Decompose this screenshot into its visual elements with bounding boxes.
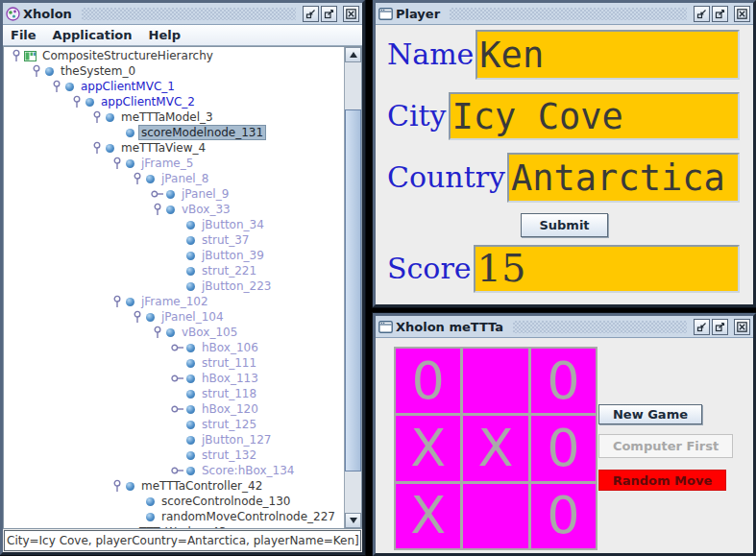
tree-node-meTTTaController_42[interactable]: meTTTaController_42 bbox=[4, 478, 344, 494]
new-game-button[interactable]: New Game bbox=[598, 404, 702, 424]
tree-node-label[interactable]: meTTTaController_42 bbox=[139, 479, 264, 493]
tree-node-vBox_33[interactable]: vBox_33 bbox=[4, 202, 344, 217]
ttt-close-button[interactable] bbox=[734, 319, 750, 335]
ttt-cell-1-1[interactable]: X bbox=[463, 416, 527, 480]
tree-collapsed-handle[interactable] bbox=[171, 373, 184, 384]
tree-node-label[interactable]: jPanel_8 bbox=[159, 172, 210, 185]
tree-node-Score:hBox_134[interactable]: Score:hBox_134 bbox=[4, 463, 344, 478]
tree-expanded-handle[interactable] bbox=[110, 157, 124, 170]
tree-node-label[interactable]: jButton_34 bbox=[200, 218, 266, 231]
tree-node-label[interactable]: strut_118 bbox=[200, 387, 258, 400]
tree-expanded-handle[interactable] bbox=[90, 110, 104, 124]
random-move-button[interactable]: Random Move bbox=[598, 470, 726, 491]
tree-node-jButton_127[interactable]: jButton_127 bbox=[4, 432, 344, 447]
scroll-up-button[interactable] bbox=[345, 47, 361, 62]
tree-vertical-scrollbar[interactable] bbox=[344, 47, 361, 528]
scrollbar-thumb[interactable] bbox=[345, 109, 361, 471]
tree-node-appClientMVC_2[interactable]: appClientMVC_2 bbox=[4, 94, 344, 109]
tree-node-label[interactable]: jButton_127 bbox=[200, 433, 273, 447]
xholon-iconify-button[interactable] bbox=[303, 6, 319, 22]
tree-node-label[interactable]: jFrame_102 bbox=[139, 295, 210, 308]
tree-node-strut_111[interactable]: strut_111 bbox=[4, 355, 344, 371]
tree-node-label[interactable]: vBox_33 bbox=[180, 203, 232, 216]
xholon-maximize-button[interactable] bbox=[321, 6, 337, 22]
tree-node-label[interactable]: jFrame_5 bbox=[139, 157, 195, 170]
ttt-cell-2-1[interactable] bbox=[463, 484, 527, 548]
ttt-maximize-button[interactable] bbox=[712, 319, 728, 335]
tree-expanded-handle[interactable] bbox=[151, 203, 164, 216]
tree-node-strut_221[interactable]: strut_221 bbox=[4, 263, 344, 278]
tree-node-label[interactable]: appClientMVC_1 bbox=[79, 80, 177, 93]
tree-node-label[interactable]: meTTTaView_4 bbox=[119, 141, 207, 155]
tree-collapsed-handle[interactable] bbox=[171, 342, 184, 353]
ttt-cell-2-0[interactable]: X bbox=[396, 484, 460, 548]
name-field[interactable]: Ken bbox=[476, 30, 740, 80]
tree-node-CompositeStructureHierarchy[interactable]: CompositeStructureHierarchy bbox=[4, 48, 344, 63]
tree-node-meTTTaView_4[interactable]: meTTTaView_4 bbox=[4, 140, 344, 156]
tree-expanded-handle[interactable] bbox=[30, 64, 43, 78]
xholon-close-button[interactable] bbox=[343, 6, 359, 22]
tree-node-label[interactable]: strut_132 bbox=[200, 448, 258, 462]
tree-node-vBox_105[interactable]: vBox_105 bbox=[4, 325, 344, 340]
tree-node-strut_118[interactable]: strut_118 bbox=[4, 386, 344, 401]
player-maximize-button[interactable] bbox=[712, 6, 728, 22]
submit-button[interactable]: Submit bbox=[521, 213, 607, 237]
menu-application[interactable]: Application bbox=[53, 28, 133, 42]
tree-expanded-handle[interactable] bbox=[70, 95, 84, 109]
tree-node-label[interactable]: hBox_106 bbox=[200, 341, 260, 354]
ttt-cell-2-2[interactable]: 0 bbox=[531, 484, 596, 548]
tree-node-appClientMVC_1[interactable]: appClientMVC_1 bbox=[4, 79, 344, 94]
ttt-cell-0-0[interactable]: 0 bbox=[396, 349, 460, 413]
tree-expanded-handle[interactable] bbox=[90, 141, 104, 155]
tree-node-label[interactable]: scoreControlnode_130 bbox=[159, 495, 292, 508]
player-iconify-button[interactable] bbox=[694, 6, 710, 22]
tree-node-jPanel_8[interactable]: jPanel_8 bbox=[4, 171, 344, 186]
scrollbar-track[interactable] bbox=[345, 62, 361, 513]
tree-node-jButton_34[interactable]: jButton_34 bbox=[4, 217, 344, 232]
tree-node-hBox_106[interactable]: hBox_106 bbox=[4, 340, 344, 355]
tree-expanded-handle[interactable] bbox=[110, 295, 124, 308]
tree-node-strut_125[interactable]: strut_125 bbox=[4, 417, 344, 432]
tree-node-jButton_223[interactable]: jButton_223 bbox=[4, 278, 344, 294]
tree-node-jButton_39[interactable]: jButton_39 bbox=[4, 248, 344, 263]
tree-node-label[interactable]: jButton_223 bbox=[200, 279, 273, 293]
ttt-cell-0-2[interactable]: 0 bbox=[531, 349, 596, 413]
tree-node-jPanel_104[interactable]: jPanel_104 bbox=[4, 309, 344, 325]
tree-node-scoreControlnode_130[interactable]: scoreControlnode_130 bbox=[4, 494, 344, 509]
tree-collapsed-handle[interactable] bbox=[171, 403, 184, 415]
tree-node-meTTTaWorker_43[interactable]: meTTTaWorker_43 bbox=[4, 524, 344, 528]
tree-node-label[interactable]: jPanel_104 bbox=[159, 310, 226, 324]
tree-node-hBox_113[interactable]: hBox_113 bbox=[4, 371, 344, 386]
score-field[interactable]: 15 bbox=[474, 245, 740, 293]
player-close-button[interactable] bbox=[734, 6, 750, 22]
tree-expanded-handle[interactable] bbox=[151, 326, 164, 339]
tree-node-label[interactable]: Score:hBox_134 bbox=[200, 464, 296, 477]
city-field[interactable]: Icy Cove bbox=[449, 92, 740, 140]
tree-node-label[interactable]: appClientMVC_2 bbox=[99, 95, 197, 109]
tree-node-jFrame_5[interactable]: jFrame_5 bbox=[4, 156, 344, 171]
tree-node-label[interactable]: jPanel_9 bbox=[180, 187, 231, 201]
menu-help[interactable]: Help bbox=[149, 28, 181, 42]
tree-node-hBox_120[interactable]: hBox_120 bbox=[4, 401, 344, 417]
computer-first-button[interactable]: Computer First bbox=[598, 434, 733, 458]
tree-node-randomMoveControlnode_227[interactable]: randomMoveControlnode_227 bbox=[4, 509, 344, 524]
tree-node-label[interactable]: strut_37 bbox=[200, 233, 251, 247]
tree-node-label[interactable]: CompositeStructureHierarchy bbox=[40, 49, 215, 62]
ttt-cell-1-2[interactable]: 0 bbox=[531, 416, 596, 480]
tree-node-jFrame_102[interactable]: jFrame_102 bbox=[4, 294, 344, 309]
tree-node-label[interactable]: meTTTaWorker_43 bbox=[119, 525, 229, 528]
tree-expanded-handle[interactable] bbox=[110, 479, 124, 493]
tree-expanded-handle[interactable] bbox=[50, 80, 63, 93]
ttt-iconify-button[interactable] bbox=[694, 319, 710, 335]
tree-node-label[interactable]: hBox_113 bbox=[200, 372, 260, 385]
ttt-cell-1-0[interactable]: X bbox=[396, 416, 460, 480]
country-field[interactable]: Antarctica bbox=[507, 153, 740, 203]
tree-node-meTTTaModel_3[interactable]: meTTTaModel_3 bbox=[4, 109, 344, 125]
tree-node-theSystem_0[interactable]: theSystem_0 bbox=[4, 63, 344, 79]
tree-node-jPanel_9[interactable]: jPanel_9 bbox=[4, 186, 344, 202]
tree-expanded-handle[interactable] bbox=[10, 49, 23, 62]
tree-node-scoreModelnode_131[interactable]: scoreModelnode_131 bbox=[4, 125, 344, 140]
menu-file[interactable]: File bbox=[11, 28, 37, 42]
tree-node-strut_132[interactable]: strut_132 bbox=[4, 447, 344, 463]
tree-node-label[interactable]: scoreModelnode_131 bbox=[139, 126, 265, 139]
